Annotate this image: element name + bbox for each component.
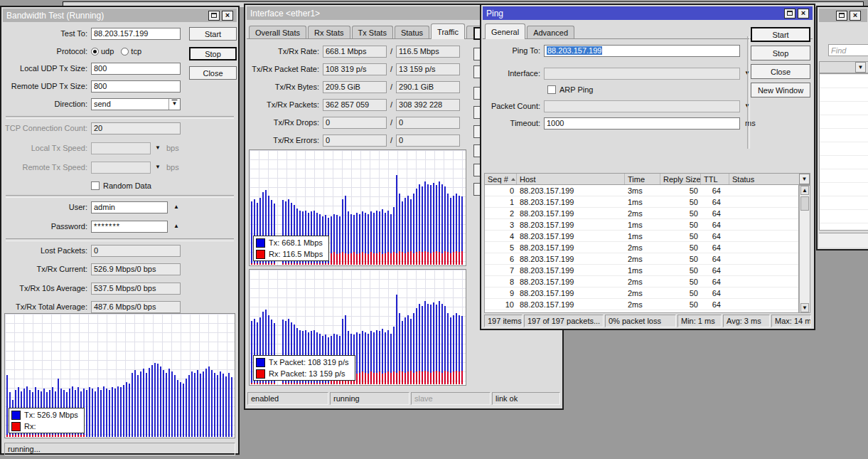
tab-overall-stats[interactable]: Overall Stats (249, 26, 306, 39)
winbox-desktop: Bandwidth Test (Running) × Test To: 88.2… (0, 0, 868, 459)
test-to-input[interactable]: 88.203.157.199 (91, 28, 181, 40)
arp-ping-label: ARP Ping (559, 85, 594, 94)
ping-to-input[interactable]: 88.203.157.199 (544, 45, 740, 57)
ping-stop-button[interactable]: Stop (751, 46, 810, 60)
interface-select[interactable] (544, 68, 740, 80)
ping-result-row[interactable]: 788.203.157.1991ms5064 (485, 265, 798, 276)
graph-bar-rx (254, 383, 255, 384)
col-seq[interactable]: Seq # (485, 174, 517, 184)
tab-tx-stats[interactable]: Tx Stats (352, 26, 393, 39)
direction-label: Direction: (4, 100, 91, 108)
txrx-total-value: 487.6 Mbps/0 bps (91, 301, 181, 313)
random-data-checkbox[interactable] (91, 181, 100, 190)
slash: / (390, 136, 392, 144)
find-input[interactable] (828, 44, 868, 56)
remote-udp-input[interactable]: 800 (91, 80, 181, 93)
close-button[interactable]: × (850, 11, 861, 21)
graph-bar-rx (459, 371, 460, 384)
maximize-button[interactable] (836, 11, 847, 21)
bandwidth-titlebar[interactable]: Bandwidth Test (Running) × (3, 9, 237, 22)
remote-speed-dropdown-icon[interactable]: ▼ (155, 164, 161, 170)
cell: 64 (701, 266, 729, 275)
graph-bar-rx (331, 253, 332, 265)
empty-list-area[interactable] (819, 73, 868, 231)
col-ttl[interactable]: TTL (701, 174, 729, 184)
radio-udp[interactable] (91, 48, 99, 56)
close-button[interactable]: × (798, 9, 809, 19)
tab-advanced[interactable]: Advanced (527, 26, 574, 39)
graph-bar-rx (328, 263, 329, 265)
user-input[interactable]: admin (91, 201, 168, 213)
packet-count-select[interactable] (544, 100, 740, 112)
graph-bar-rx (23, 435, 25, 437)
maximize-button[interactable] (208, 11, 220, 21)
close-button[interactable]: Close (189, 66, 237, 80)
ping-result-row[interactable]: 188.203.157.1991ms5064 (485, 196, 798, 208)
ping-close-button[interactable]: Close (751, 64, 810, 79)
ping-result-row[interactable]: 388.203.157.1991ms5064 (485, 219, 798, 231)
graph-bar-tx (217, 375, 218, 437)
ping-result-row[interactable]: 888.203.157.1992ms5064 (485, 276, 798, 287)
scroll-down-button[interactable]: ▼ (800, 303, 809, 312)
col-status[interactable]: Status (729, 174, 799, 184)
col-reply-size[interactable]: Reply Size (660, 174, 701, 184)
graph-bar-rx (382, 374, 383, 384)
tab-status[interactable]: Status (395, 26, 429, 39)
local-speed-dropdown-icon[interactable]: ▼ (155, 145, 161, 151)
password-expand-icon[interactable]: ▲ (173, 223, 179, 229)
scrollbar-thumb[interactable] (800, 196, 809, 211)
vertical-scrollbar[interactable]: ▲ ▼ (799, 185, 810, 313)
ping-start-button[interactable]: Start (751, 27, 810, 42)
graph-bar-rx (29, 435, 31, 437)
ping-result-row[interactable]: 288.203.157.1992ms5064 (485, 208, 798, 219)
graph-bar-rx (447, 371, 449, 384)
ping-result-row[interactable]: 1088.203.157.1992ms5064 (485, 299, 798, 310)
cell: 11 (485, 312, 517, 314)
ping-result-row[interactable]: 688.203.157.1992ms5064 (485, 253, 798, 265)
graph-bar-rx (274, 263, 275, 265)
tab-traffic[interactable]: Traffic (431, 23, 465, 39)
direction-dropdown-button[interactable]: ▼ (168, 99, 180, 110)
rx-rate-value: 116.5 Mbps (396, 46, 460, 58)
ping-window: Ping × General Advanced Ping To: 88.203.… (480, 4, 815, 330)
graph-bar-rx (311, 383, 312, 384)
graph-bar-rx (461, 251, 463, 265)
stop-button[interactable]: Stop (189, 47, 237, 60)
list-window-titlebar[interactable]: × (819, 9, 867, 22)
maximize-button[interactable] (784, 9, 795, 19)
local-udp-input[interactable]: 800 (91, 63, 181, 75)
graph-bar-tx (214, 373, 215, 437)
col-host[interactable]: Host (517, 174, 625, 184)
graph-bar-rx (308, 263, 309, 265)
close-button[interactable]: × (222, 11, 233, 21)
ping-result-row[interactable]: 488.203.157.1991ms5064 (485, 231, 798, 242)
cell: 2ms (625, 312, 660, 314)
arp-ping-checkbox[interactable] (547, 85, 556, 94)
ping-result-row[interactable]: 988.203.157.1992ms5064 (485, 287, 798, 299)
cell: 1ms (625, 198, 660, 206)
graph-bar-rx (9, 435, 11, 437)
ping-result-row[interactable]: 588.203.157.1992ms5064 (485, 242, 798, 253)
timeout-input[interactable]: 1000 (544, 117, 740, 130)
password-input[interactable]: ******* (91, 221, 168, 233)
graph-bar-rx (319, 263, 321, 265)
user-expand-icon[interactable]: ▲ (173, 204, 179, 210)
graph-bar-tx (6, 375, 8, 437)
cell: 88.203.157.199 (517, 198, 625, 206)
start-button[interactable]: Start (189, 27, 237, 41)
tab-general[interactable]: General (485, 23, 525, 39)
ping-result-row[interactable]: 1188.203.157.1992ms5064 (485, 310, 798, 313)
ping-new-window-button[interactable]: New Window (751, 83, 810, 97)
scroll-up-button[interactable]: ▲ (800, 186, 809, 195)
traffic-packet-graph: Tx Packet: 108 319 p/s Rx Packet: 13 159… (249, 269, 466, 386)
column-select-button[interactable]: ▼ (855, 62, 866, 73)
column-select-button[interactable]: ▼ (799, 174, 810, 184)
tab-rx-stats[interactable]: Rx Stats (308, 26, 350, 39)
graph-bar-rx (46, 435, 48, 437)
direction-select[interactable]: send ▼ (91, 98, 181, 110)
col-time[interactable]: Time (625, 174, 660, 184)
ping-result-row[interactable]: 088.203.157.1993ms5064 (485, 185, 798, 196)
radio-tcp[interactable] (121, 48, 129, 56)
cell: 64 (701, 243, 729, 252)
ping-titlebar[interactable]: Ping × (483, 6, 813, 20)
